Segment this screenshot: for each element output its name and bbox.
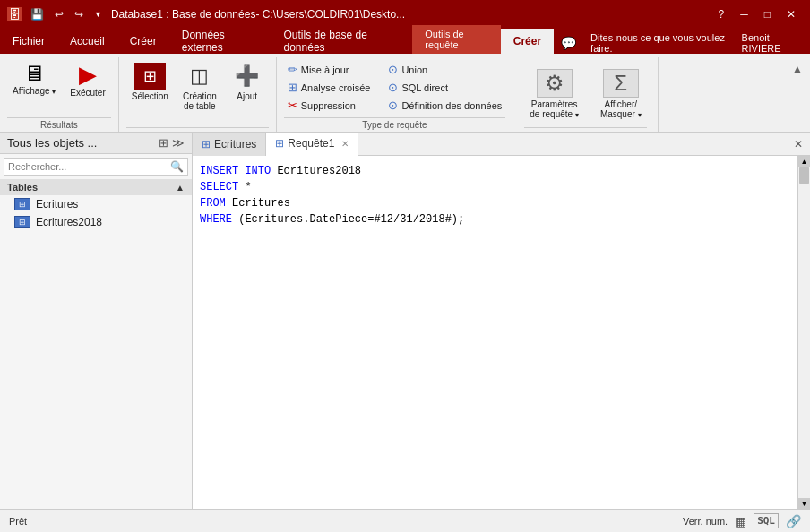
maximize-btn[interactable]: □ — [757, 6, 778, 22]
ribbon-help-icon[interactable]: 💬 — [554, 36, 583, 50]
tab-donnees-externes[interactable]: Données externes — [169, 29, 271, 54]
select-star: * — [245, 181, 251, 193]
vertical-scrollbar[interactable]: ▲ ▼ — [797, 156, 810, 509]
ribbon-right-area: 💬 Dites-nous ce que vous voulez faire. B… — [554, 32, 810, 54]
tab-creer-active[interactable]: Créer — [501, 29, 554, 54]
kw-select: SELECT — [200, 181, 238, 193]
sql-view-icon[interactable]: SQL — [754, 513, 779, 528]
tab-requete1-close[interactable]: ✕ — [341, 139, 349, 149]
ribbon-group-type-btns: ⊞ Sélection ◫ Créationde table ➕ Ajout — [119, 57, 277, 132]
left-panel-header-icons: ⊞ ≫ — [159, 136, 185, 150]
status-right: Verr. num. ▦ SQL 🔗 — [683, 513, 801, 528]
definition-donnees-icon: ⊙ — [388, 99, 398, 112]
minimize-btn[interactable]: ─ — [733, 6, 755, 22]
left-panel-collapse-icon[interactable]: ≫ — [172, 136, 185, 150]
save-btn[interactable]: 💾 — [27, 6, 47, 22]
parametres-icon: ⚙ — [537, 69, 573, 98]
query-tabs-left: ⊞ Ecritures ⊞ Requête1 ✕ — [193, 133, 358, 156]
union-button[interactable]: ⊙ Union — [384, 61, 505, 78]
ribbon-tab-bar: Fichier Accueil Créer Données externes O… — [0, 29, 810, 54]
mise-a-jour-button[interactable]: ✏ Mise à jour — [284, 61, 375, 78]
kw-where: WHERE — [200, 213, 232, 226]
scroll-up-btn[interactable]: ▲ — [798, 156, 810, 167]
afficher-masquer-icon: Σ — [603, 69, 639, 98]
tab-requete1[interactable]: ⊞ Requête1 ✕ — [266, 133, 358, 156]
left-panel: Tous les objets ... ⊞ ≫ 🔍 Tables ▲ ⊞ Ecr… — [0, 133, 193, 509]
parametres-requete-button[interactable]: ⚙ Paramètresde requête ▾ — [524, 61, 584, 127]
tab-outils-bdd[interactable]: Outils de base de données — [271, 29, 409, 54]
table-ecritures-item[interactable]: ⊞ Ecritures — [0, 195, 192, 213]
affichage-button[interactable]: 🖥 Affichage ▾ — [7, 59, 61, 99]
left-panel-header: Tous les objets ... ⊞ ≫ — [0, 133, 192, 154]
search-input[interactable] — [8, 161, 170, 172]
params-content: ⚙ Paramètresde requête ▾ Σ Afficher/Masq… — [524, 61, 646, 127]
tab-accueil[interactable]: Accueil — [57, 29, 117, 54]
afficher-masquer-label: Afficher/Masquer ▾ — [600, 99, 642, 119]
sql-direct-icon: ⊙ — [388, 81, 398, 94]
resultats-content: 🖥 Affichage ▾ ▶ Exécuter — [7, 59, 111, 117]
tables-section-header[interactable]: Tables ▲ — [0, 179, 192, 195]
query-editor[interactable]: INSERT INTO Ecritures2018 SELECT * FROM … — [193, 156, 797, 509]
params-group-label — [524, 127, 646, 132]
scroll-thumb[interactable] — [799, 167, 809, 184]
selection-button[interactable]: ⊞ Sélection — [126, 59, 174, 105]
definition-donnees-label: Définition des données — [401, 100, 502, 111]
verr-num-label: Verr. num. — [683, 516, 728, 527]
quick-access-toolbar: 💾 ↩ ↪ ▼ — [27, 6, 106, 22]
afficher-masquer-button[interactable]: Σ Afficher/Masquer ▾ — [595, 61, 647, 127]
definition-donnees-button[interactable]: ⊙ Définition des données — [384, 97, 505, 114]
app-icon: 🗄 — [7, 7, 22, 21]
window-controls: ? ─ □ ✕ — [711, 6, 803, 22]
undo-btn[interactable]: ↩ — [51, 6, 67, 22]
scroll-down-btn[interactable]: ▼ — [798, 498, 810, 509]
sql-direct-button[interactable]: ⊙ SQL direct — [384, 79, 505, 96]
tab-creer[interactable]: Créer — [117, 29, 169, 54]
close-btn[interactable]: ✕ — [780, 6, 803, 22]
suppression-icon: ✂ — [288, 99, 297, 112]
shortcut-icon[interactable]: 🔗 — [786, 514, 801, 528]
left-panel-title: Tous les objets ... — [7, 136, 97, 150]
union-label: Union — [401, 64, 427, 75]
status-text: Prêt — [9, 516, 27, 527]
tab-ecritures[interactable]: ⊞ Ecritures — [193, 133, 266, 156]
title-bar-left: 🗄 💾 ↩ ↪ ▼ Database1 : Base de données- C… — [7, 6, 405, 22]
ribbon-group-type-requete: ✏ Mise à jour ⊞ Analyse croisée ✂ Suppre… — [277, 57, 514, 132]
mise-a-jour-label: Mise à jour — [301, 64, 349, 75]
tab-outils-requete[interactable]: Outils de requête — [412, 25, 500, 54]
close-all-btn[interactable]: ✕ — [787, 134, 810, 154]
executer-button[interactable]: ▶ Exécuter — [65, 59, 110, 101]
help-btn[interactable]: ? — [711, 6, 732, 22]
suppression-button[interactable]: ✂ Suppression — [284, 97, 375, 114]
kw-from: FROM — [200, 197, 226, 210]
parametres-label: Paramètresde requête ▾ — [530, 99, 579, 119]
sql-direct-label: SQL direct — [401, 82, 448, 93]
tab-fichier[interactable]: Fichier — [0, 29, 57, 54]
customize-btn[interactable]: ▼ — [90, 8, 106, 21]
ajout-button[interactable]: ➕ Ajout — [226, 59, 269, 105]
creation-table-icon: ◫ — [184, 63, 216, 90]
executer-label: Exécuter — [70, 88, 105, 98]
ribbon-help-label: Dites-nous ce que vous voulez faire. — [583, 32, 732, 54]
creation-table-button[interactable]: ◫ Créationde table — [177, 59, 222, 115]
collapse-ribbon-btn[interactable]: ▲ — [788, 61, 806, 77]
union-icon: ⊙ — [388, 63, 398, 76]
table-ecritures2018-item[interactable]: ⊞ Ecritures2018 — [0, 213, 192, 231]
table-view-icon[interactable]: ▦ — [735, 514, 746, 528]
analyse-croisee-label: Analyse croisée — [301, 82, 371, 93]
search-area: 🔍 — [4, 158, 188, 176]
right-panel: ⊞ Ecritures ⊞ Requête1 ✕ ✕ INSERT INTO E… — [193, 133, 810, 509]
ribbon: 🖥 Affichage ▾ ▶ Exécuter Résultats ⊞ Sél… — [0, 54, 810, 133]
type-requete-col1: ✏ Mise à jour ⊞ Analyse croisée ✂ Suppre… — [284, 61, 375, 114]
kw-insert: INSERT INTO — [200, 165, 271, 177]
tab-requete1-label: Requête1 — [288, 137, 334, 150]
query-line-3: FROM Ecritures — [200, 195, 790, 211]
scroll-track — [798, 167, 810, 498]
selection-icon: ⊞ — [134, 63, 166, 90]
affichage-icon: 🖥 — [23, 63, 45, 84]
editor-area: INSERT INTO Ecritures2018 SELECT * FROM … — [193, 156, 810, 509]
redo-btn[interactable]: ↪ — [71, 6, 87, 22]
category-icon[interactable]: ⊞ — [159, 136, 168, 150]
type-btns-content: ⊞ Sélection ◫ Créationde table ➕ Ajout — [126, 59, 269, 127]
table-ecritures-icon: ⊞ — [14, 198, 30, 210]
analyse-croisee-button[interactable]: ⊞ Analyse croisée — [284, 79, 375, 96]
